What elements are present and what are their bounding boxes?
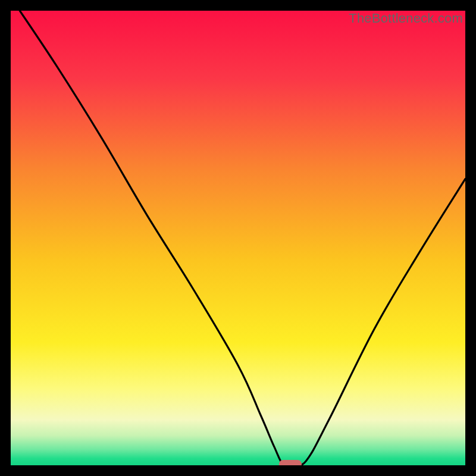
- chart-plot-area: [11, 11, 465, 465]
- bottleneck-curve: [20, 11, 465, 465]
- watermark-text: TheBottleneck.com: [349, 11, 463, 26]
- chart-frame: TheBottleneck.com: [11, 11, 465, 465]
- optimal-range-marker: [279, 460, 302, 465]
